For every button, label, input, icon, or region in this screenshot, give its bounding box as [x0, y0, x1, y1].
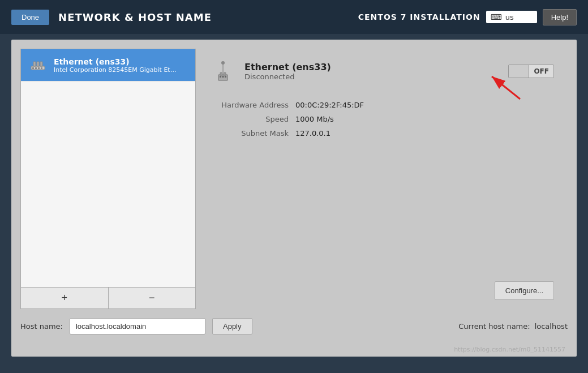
speed-value: 1000 Mb/s	[295, 115, 554, 123]
svg-rect-4	[32, 67, 34, 69]
keyboard-input[interactable]: ⌨ us	[486, 11, 537, 23]
details-name-group: Ethernet (ens33) Disconnected	[244, 62, 331, 81]
header: Done NETWORK & HOST NAME CENTOS 7 INSTAL…	[0, 0, 588, 34]
apply-button[interactable]: Apply	[212, 318, 252, 335]
subnet-mask-label: Subnet Mask	[209, 129, 289, 138]
adapter-list: Ethernet (ens33) Intel Corporation 82545…	[20, 49, 196, 309]
svg-rect-10	[224, 72, 226, 76]
configure-btn-row: Configure...	[209, 281, 554, 300]
current-hostname-group: Current host name: localhost	[458, 322, 568, 331]
footer-url: https://blog.csdn.net/m0_51141557	[454, 346, 565, 353]
toggle-off-label: OFF	[529, 66, 553, 77]
adapter-list-empty	[21, 82, 195, 287]
help-button[interactable]: Help!	[543, 9, 577, 25]
svg-rect-1	[33, 62, 36, 66]
current-hostname-label: Current host name:	[458, 322, 530, 331]
details-name: Ethernet (ens33)	[244, 62, 331, 72]
adapter-list-footer: + −	[21, 287, 195, 308]
svg-point-15	[221, 61, 225, 65]
ethernet-detail-icon	[209, 58, 237, 85]
adapter-item[interactable]: Ethernet (ens33) Intel Corporation 82545…	[21, 49, 195, 82]
adapter-info: Ethernet (ens33) Intel Corporation 82545…	[54, 57, 178, 74]
header-left: Done NETWORK & HOST NAME	[11, 10, 212, 25]
svg-rect-6	[38, 67, 40, 69]
done-button[interactable]: Done	[11, 10, 49, 25]
hostname-input[interactable]	[70, 318, 205, 335]
adapter-name: Ethernet (ens33)	[54, 57, 178, 66]
keyboard-icon: ⌨	[491, 12, 502, 22]
subnet-mask-value: 127.0.0.1	[295, 129, 554, 138]
page-title: NETWORK & HOST NAME	[58, 11, 212, 23]
details-status: Disconnected	[244, 72, 331, 81]
svg-rect-2	[37, 62, 39, 66]
svg-rect-12	[222, 76, 224, 78]
svg-rect-3	[40, 62, 42, 66]
details-title-group: Ethernet (ens33) Disconnected	[209, 58, 331, 85]
header-right: CENTOS 7 INSTALLATION ⌨ us Help!	[358, 9, 577, 25]
hardware-address-value: 00:0C:29:2F:45:DF	[295, 101, 554, 109]
adapter-description: Intel Corporation 82545EM Gigabit Ethern…	[54, 66, 178, 74]
add-adapter-button[interactable]: +	[21, 288, 109, 308]
remove-adapter-button[interactable]: −	[109, 288, 196, 308]
ethernet-list-icon	[28, 55, 48, 75]
hardware-address-label: Hardware Address	[209, 101, 289, 109]
hostname-row: Host name: Apply Current host name: loca…	[20, 318, 568, 335]
centos-label: CENTOS 7 INSTALLATION	[358, 12, 480, 22]
toggle-track	[509, 65, 529, 78]
toggle-switch[interactable]: OFF	[508, 65, 554, 78]
configure-button[interactable]: Configure...	[495, 281, 554, 300]
hostname-label: Host name:	[20, 322, 63, 331]
keyboard-lang: us	[505, 13, 514, 22]
svg-rect-5	[35, 67, 37, 69]
adapter-details: Ethernet (ens33) Disconnected OFF	[196, 49, 568, 309]
svg-rect-9	[220, 72, 222, 76]
svg-rect-7	[41, 67, 42, 69]
speed-label: Speed	[209, 115, 289, 123]
details-table: Hardware Address 00:0C:29:2F:45:DF Speed…	[209, 101, 554, 138]
svg-rect-11	[220, 76, 221, 78]
network-panel: Ethernet (ens33) Intel Corporation 82545…	[20, 49, 568, 309]
svg-rect-13	[225, 76, 226, 78]
details-header: Ethernet (ens33) Disconnected OFF	[209, 58, 554, 85]
current-hostname-value: localhost	[535, 322, 568, 331]
main-content: Ethernet (ens33) Intel Corporation 82545…	[11, 40, 577, 357]
